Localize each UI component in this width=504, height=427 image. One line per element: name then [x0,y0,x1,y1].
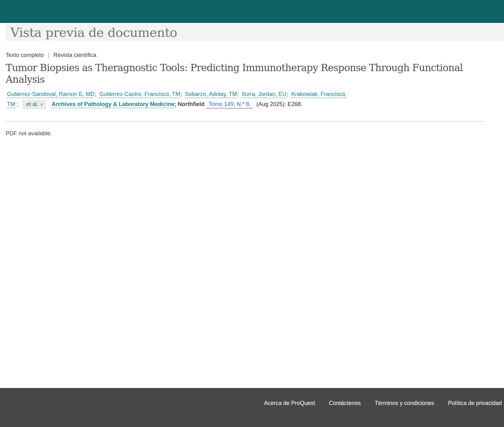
author-separator: ; [17,101,18,107]
pdf-unavailable-message: PDF not available. [6,130,498,137]
page-footer: Acerca de ProQuestContáctenosTérminos y … [0,388,504,427]
footer-link-terms-conditions[interactable]: Términos y condiciones [375,400,434,406]
author-link[interactable]: Iturra, Jordan, EU [242,91,286,98]
author-link[interactable]: Gutierrez-Sandoval, Ramon E, MD [7,91,94,98]
author-separator: ; [237,91,239,97]
author-link[interactable]: Sobarzo, Adolay, TM [185,91,237,98]
document-title-line-1: Tumor Biopsies as Theragnostic Tools: Pr… [6,62,498,74]
page-title-bar: Vista previa de documento [6,24,504,41]
source-type-label: Revista científica [54,52,96,58]
footer-link-about-proquest[interactable]: Acerca de ProQuest [264,400,315,406]
meta-separator: | [48,52,49,58]
content-divider [6,121,485,122]
issue-link[interactable]: Tomo 149, N.º 8, [206,101,253,109]
et-al-button[interactable]: et al.› [22,100,46,109]
author-name-part: TM [7,101,15,108]
journal-separator: ; [174,101,176,107]
citation-line: Gutierrez-Sandoval, Ramon E, MD;Gutierre… [6,89,491,109]
author-separator: ; [180,91,182,97]
author-name-part: Krakowiak, Francisco, [291,91,346,98]
author-link[interactable]: Gutierrez-Castro, Francisco, TM [99,91,180,98]
footer-link-privacy-policy[interactable]: Política de privacidad [448,400,502,406]
journal-title-link[interactable]: Archives of Pathology & Laboratory Medic… [52,101,174,108]
author-separator: ; [95,91,96,97]
document-title-line-2: Analysis [6,74,498,85]
full-text-label: Texto completo [6,52,44,58]
author-separator: ; [287,91,288,97]
et-al-label: et al. [26,101,38,107]
document-meta-row: Texto completo|Revista científica [6,52,498,59]
document-preview-page: Vista previa de documento Texto completo… [0,0,504,137]
top-navbar [0,0,504,23]
document-title: Tumor Biopsies as Theragnostic Tools: Pr… [6,62,498,85]
publication-info: (Aug 2025): E268. [256,101,302,107]
footer-link-contact-us[interactable]: Contáctenos [329,400,361,406]
journal-location: Northfield [178,101,204,107]
footer-links: Acerca de ProQuestContáctenosTérminos y … [264,400,504,407]
document-preview-content: Texto completo|Revista científica Tumor … [0,52,504,137]
chevron-right-icon: › [41,101,43,107]
page-title: Vista previa de documento [10,25,177,40]
